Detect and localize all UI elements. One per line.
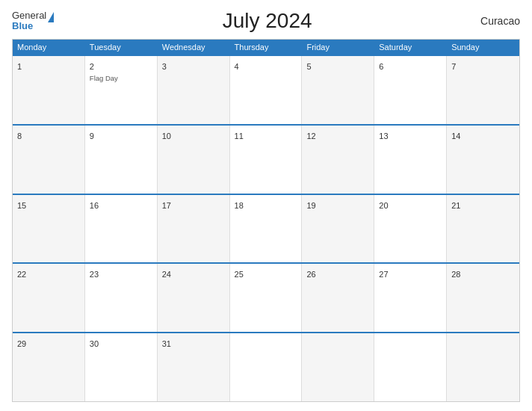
day-cell-3: 3 — [158, 56, 230, 124]
logo-general: General — [12, 10, 46, 21]
logo-triangle-icon — [48, 12, 54, 22]
flag-day-label: Flag Day — [90, 74, 152, 82]
day-cell-4: 4 — [230, 56, 303, 124]
day-cell-18: 18 — [230, 195, 303, 263]
header-sunday: Sunday — [447, 40, 519, 55]
header-friday: Friday — [302, 40, 374, 55]
day-cell-26: 26 — [302, 264, 374, 332]
day-cell-empty-3 — [374, 333, 447, 401]
calendar-grid: Monday Tuesday Wednesday Thursday Friday… — [12, 39, 520, 402]
day-cell-1: 1 — [13, 56, 85, 124]
calendar-body: 1 2Flag Day 3 4 5 6 7 8 9 10 11 12 13 14… — [13, 55, 519, 401]
day-cell-empty-1 — [230, 333, 303, 401]
week-row-5: 29 30 31 — [13, 332, 519, 401]
day-cell-2: 2Flag Day — [85, 56, 158, 124]
day-cell-empty-4 — [447, 333, 519, 401]
logo-blue: Blue — [12, 21, 46, 31]
day-cell-8: 8 — [13, 126, 85, 194]
day-cell-14: 14 — [447, 126, 519, 194]
day-cell-21: 21 — [447, 195, 519, 263]
day-cell-19: 19 — [302, 195, 374, 263]
header-monday: Monday — [13, 40, 85, 55]
header-thursday: Thursday — [230, 40, 303, 55]
week-row-3: 15 16 17 18 19 20 21 — [13, 194, 519, 263]
day-cell-empty-2 — [302, 333, 374, 401]
day-cell-10: 10 — [158, 126, 230, 194]
day-cell-25: 25 — [230, 264, 303, 332]
day-cell-29: 29 — [13, 333, 85, 401]
header-saturday: Saturday — [374, 40, 447, 55]
day-cell-13: 13 — [374, 126, 447, 194]
day-cell-5: 5 — [302, 56, 374, 124]
calendar-page: General Blue July 2024 Curacao Monday Tu… — [0, 0, 532, 411]
day-headers-row: Monday Tuesday Wednesday Thursday Friday… — [13, 40, 519, 55]
week-row-1: 1 2Flag Day 3 4 5 6 7 — [13, 55, 519, 124]
day-cell-20: 20 — [374, 195, 447, 263]
day-cell-31: 31 — [158, 333, 230, 401]
day-cell-12: 12 — [302, 126, 374, 194]
day-cell-23: 23 — [85, 264, 158, 332]
day-cell-17: 17 — [158, 195, 230, 263]
header-tuesday: Tuesday — [85, 40, 158, 55]
day-cell-15: 15 — [13, 195, 85, 263]
header: General Blue July 2024 Curacao — [12, 9, 520, 33]
day-cell-6: 6 — [374, 56, 447, 124]
day-cell-24: 24 — [158, 264, 230, 332]
country-label: Curacao — [480, 15, 520, 27]
day-cell-28: 28 — [447, 264, 519, 332]
day-cell-16: 16 — [85, 195, 158, 263]
week-row-4: 22 23 24 25 26 27 28 — [13, 262, 519, 332]
logo: General Blue — [12, 10, 54, 32]
header-wednesday: Wednesday — [158, 40, 230, 55]
day-cell-11: 11 — [230, 126, 303, 194]
week-row-2: 8 9 10 11 12 13 14 — [13, 124, 519, 194]
day-cell-30: 30 — [85, 333, 158, 401]
calendar-title: July 2024 — [223, 9, 312, 33]
day-cell-9: 9 — [85, 126, 158, 194]
day-cell-7: 7 — [447, 56, 519, 124]
day-cell-27: 27 — [374, 264, 447, 332]
day-cell-22: 22 — [13, 264, 85, 332]
